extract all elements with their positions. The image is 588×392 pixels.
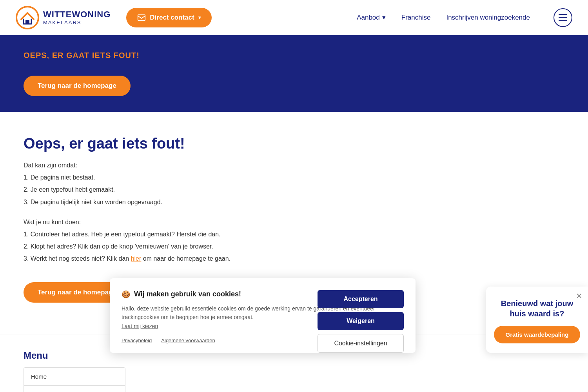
main-nav: Aanbod ▾ Franchise Inschrijven woningzoe…	[357, 8, 572, 27]
actions-section: Wat je nu kunt doen: 1. Controleer het a…	[24, 217, 564, 264]
waarde-widget: ✕ Benieuwd wat jouw huis waard is? Grati…	[486, 287, 588, 353]
nav-aanbod[interactable]: Aanbod ▾	[357, 13, 386, 22]
hamburger-line	[559, 14, 567, 15]
footer-menu-list: Home Het bedrijf Aanbod	[24, 367, 125, 392]
cookie-title: Wij maken gebruik van cookies!	[134, 290, 241, 298]
cookie-accept-button[interactable]: Accepteren	[318, 290, 404, 308]
hamburger-menu-button[interactable]	[554, 8, 572, 27]
here-link[interactable]: hier	[131, 255, 142, 262]
footer-menu-home[interactable]: Home	[24, 368, 125, 386]
action-1: 1. Controleer het adres. Heb je een type…	[24, 229, 564, 240]
svg-point-0	[16, 7, 38, 29]
logo-name: WITTEWONING	[43, 9, 111, 20]
cookie-icon: 🍪	[122, 290, 130, 299]
direct-contact-button[interactable]: Direct contact ▾	[126, 8, 211, 27]
error-heading: Oeps, er gaat iets fout!	[24, 135, 564, 152]
error-body: Dat kan zijn omdat: 1. De pagina niet be…	[24, 160, 564, 207]
svg-rect-1	[25, 20, 29, 24]
nav-franchise[interactable]: Franchise	[401, 14, 431, 22]
privacy-link[interactable]: Privacybeleid	[122, 338, 152, 343]
envelope-icon	[137, 13, 146, 22]
cookie-buttons: Accepteren Weigeren Cookie-instellingen	[318, 290, 404, 353]
footer-menu-bedrijf[interactable]: Het bedrijf	[24, 386, 125, 392]
chevron-down-icon: ▾	[198, 15, 201, 20]
error-label: OEPS, ER GAAT IETS FOUT!	[24, 51, 564, 60]
hero-banner: OEPS, ER GAAT IETS FOUT! Terug naar de h…	[0, 35, 588, 112]
nav-inschrijven[interactable]: Inschrijven woningzoekende	[446, 14, 530, 22]
direct-contact-label: Direct contact	[150, 14, 194, 22]
logo-icon	[16, 6, 39, 29]
svg-rect-2	[138, 15, 145, 20]
cookie-laat-mij-link[interactable]: Laat mij kiezen	[122, 323, 158, 329]
hamburger-line	[559, 17, 567, 18]
error-intro: Dat kan zijn omdat:	[24, 160, 564, 171]
cookie-banner: 🍪 Wij maken gebruik van cookies! Hallo, …	[110, 278, 416, 353]
logo-sub: MAKELAARS	[43, 20, 111, 25]
terms-link[interactable]: Algemene voorwaarden	[161, 338, 215, 343]
reason-2: 2. Je een typefout hebt gemaakt.	[24, 184, 564, 195]
site-header: WITTEWONING MAKELAARS Direct contact ▾ A…	[0, 0, 588, 35]
hero-homepage-button[interactable]: Terug naar de homepage	[24, 76, 131, 96]
reason-3: 3. De pagina tijdelijk niet kan worden o…	[24, 197, 564, 207]
logo-text: WITTEWONING MAKELAARS	[43, 9, 111, 25]
waarde-close-button[interactable]: ✕	[576, 291, 583, 301]
reason-1: 1. De pagina niet bestaat.	[24, 172, 564, 183]
action-2: 2. Klopt het adres? Klik dan op de knop …	[24, 241, 564, 252]
action-3: 3. Werkt het nog steeds niet? Klik dan h…	[24, 253, 564, 264]
hamburger-line	[559, 20, 567, 21]
actions-intro: Wat je nu kunt doen:	[24, 217, 564, 227]
waarde-cta-button[interactable]: Gratis waardebepaling	[494, 326, 580, 343]
waarde-title: Benieuwd wat jouw huis waard is?	[494, 298, 580, 319]
chevron-down-icon: ▾	[382, 13, 386, 22]
logo[interactable]: WITTEWONING MAKELAARS	[16, 6, 111, 29]
cookie-settings-button[interactable]: Cookie-instellingen	[318, 334, 404, 353]
cookie-reject-button[interactable]: Weigeren	[318, 312, 404, 330]
